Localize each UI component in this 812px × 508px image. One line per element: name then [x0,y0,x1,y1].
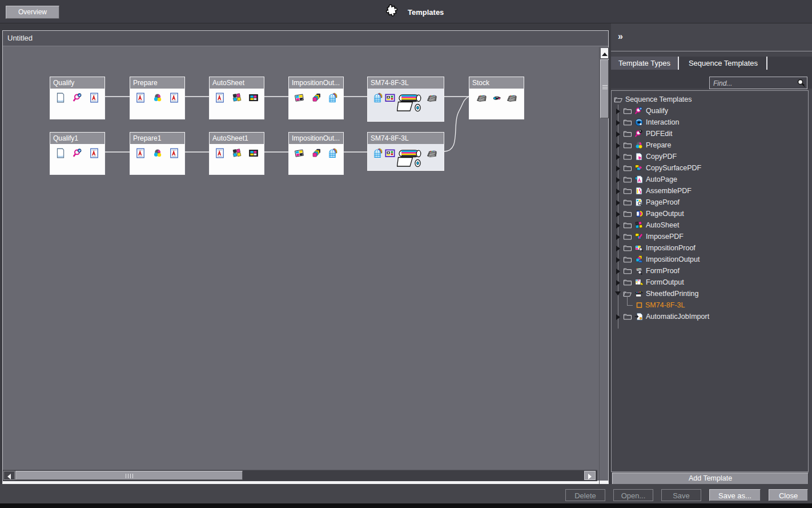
tree-item-sm74-8f-3l[interactable]: SM74-8F-3L [612,299,808,311]
tab-template-types[interactable]: Template Types [611,57,679,70]
chevron-right-icon[interactable] [616,200,620,206]
workflow-node[interactable]: Qualify1 [50,132,105,175]
folderClosed-icon [623,221,632,230]
tree-item-pageproof[interactable]: PageProof [612,197,808,208]
search-icon[interactable] [797,78,806,87]
tree-item-formproof[interactable]: FormProof [612,265,808,277]
chevron-down-icon[interactable] [615,291,621,295]
scroll-up-button[interactable] [600,47,609,59]
chevron-right-icon[interactable] [616,257,620,263]
chevron-right-icon[interactable] [616,234,620,240]
copysurface-icon [634,163,644,173]
pageproof-icon [634,198,644,207]
chevron-right-icon[interactable] [616,211,620,217]
save-button[interactable]: Save [661,489,701,501]
vertical-scrollbar[interactable] [599,47,609,500]
tree-item-impositionoutput[interactable]: ImpositionOutput [612,254,808,265]
workflow-node[interactable]: ImpositionOut... [288,132,344,175]
saveas-button[interactable]: Save as... [709,489,761,501]
tree-item-sheetfedprinting[interactable]: SheetfedPrinting [612,288,808,299]
folderClosed-icon [623,106,632,115]
tree-child-connector [627,296,628,305]
tree-item-interaction[interactable]: Interaction [612,117,808,128]
tree-item-label: PageProof [646,198,680,206]
chevron-right-icon[interactable] [616,246,620,251]
open-button[interactable]: Open... [613,489,653,501]
tree-item-autopage[interactable]: AutoPage [612,174,808,185]
workflow-node[interactable]: Stock [469,77,524,119]
tree-item-formoutput[interactable]: FormOutput [612,277,808,288]
autopage-icon [634,175,644,184]
node-icons [368,89,444,113]
workflow-node[interactable]: Prepare1 [130,132,185,175]
workflow-node[interactable]: ImpositionOut... [288,77,344,119]
gridpress-icon [373,148,383,158]
window-title: Templates [384,2,444,22]
workflow-canvas[interactable]: QualifyPrepareAutoSheetImpositionOut...S… [3,46,597,469]
tree-item-label: Prepare [646,141,671,149]
find-input[interactable] [712,78,794,89]
tree-item-pageoutput[interactable]: PageOutput [612,208,808,219]
imposepdf-icon [634,232,644,241]
workflow-node[interactable]: Qualify [50,77,105,119]
tree-item-assemblepdf[interactable]: AssemblePDF [612,185,808,197]
node-icons [50,144,104,158]
scroll-right-button[interactable] [584,471,596,480]
gridpress-icon [328,93,338,103]
tree-item-prepare[interactable]: Prepare [612,139,808,151]
proofmon-icon [385,148,395,158]
pageoutput-icon [634,209,644,218]
scroll-left-button[interactable] [3,471,15,480]
tree-item-label: PDFEdit [646,130,673,138]
tree-item-autosheet[interactable]: AutoSheet [612,219,808,231]
tree-root[interactable]: Sequence Templates [612,94,808,105]
add-template-button[interactable]: Add Template [612,473,809,485]
tree-item-copysurfacepdf[interactable]: CopySurfacePDF [612,162,808,174]
workflow-panel: Untitled QualifyPrepareAutoSheetImpositi… [2,30,609,484]
tree-item-impositionproof[interactable]: ImpositionProof [612,242,808,254]
chevron-right-icon[interactable] [616,280,620,286]
chevron-right-icon[interactable] [616,143,620,149]
delete-button[interactable]: Delete [565,489,605,501]
autosheet-icon [634,221,644,230]
top-bar: Overview Templates [0,0,812,23]
workflow-node[interactable]: SM74-8F-3L [367,132,444,171]
chevron-right-icon[interactable] [616,223,620,229]
node-icons [289,89,343,103]
chevron-right-icon[interactable] [616,269,620,274]
press-icon [397,149,423,169]
close-button[interactable]: Close [769,489,808,501]
tree-item-automaticjobimport[interactable]: AutomaticJobImport [612,311,808,322]
chevron-right-icon[interactable] [616,154,620,160]
overview-button[interactable]: Overview [6,6,59,19]
vertical-scroll-thumb[interactable] [600,59,609,118]
node-title: AutoSheet [210,77,264,89]
tree-item-copypdf[interactable]: CopyPDF [612,151,808,162]
workflow-node[interactable]: SM74-8F-3L [367,77,444,122]
chevron-right-icon[interactable] [616,120,620,126]
tree-item-qualify[interactable]: Qualify [612,105,808,117]
pdf-icon [89,93,99,103]
horizontal-scroll-thumb[interactable] [15,471,243,480]
chevron-right-icon[interactable] [616,189,620,194]
tree-item-label: CopyPDF [646,153,677,161]
workflow-node[interactable]: Prepare [130,77,185,119]
folderClosed-icon [623,312,632,321]
chevron-right-icon[interactable] [616,177,620,183]
workflow-node[interactable]: AutoSheet1 [209,132,264,175]
tree-item-pdfedit[interactable]: PDFEdit [612,128,808,139]
node-icons [210,144,264,158]
chevron-right-icon[interactable] [616,109,620,114]
tab-sequence-templates[interactable]: Sequence Templates [680,57,767,70]
footer-bar: DeleteOpen...SaveSave as...Close [0,484,812,503]
workflow-node[interactable]: AutoSheet [209,77,264,119]
chevron-right-icon[interactable] [616,314,620,320]
collapse-panel-icon[interactable]: » [618,31,623,42]
chevron-right-icon[interactable] [616,131,620,137]
bottom-strip [0,503,812,508]
horizontal-scrollbar[interactable] [3,470,597,481]
node-title: Prepare [130,77,184,89]
folderClosed-icon [623,198,632,207]
chevron-right-icon[interactable] [616,166,620,171]
tree-item-imposepdf[interactable]: ImposePDF [612,231,808,242]
